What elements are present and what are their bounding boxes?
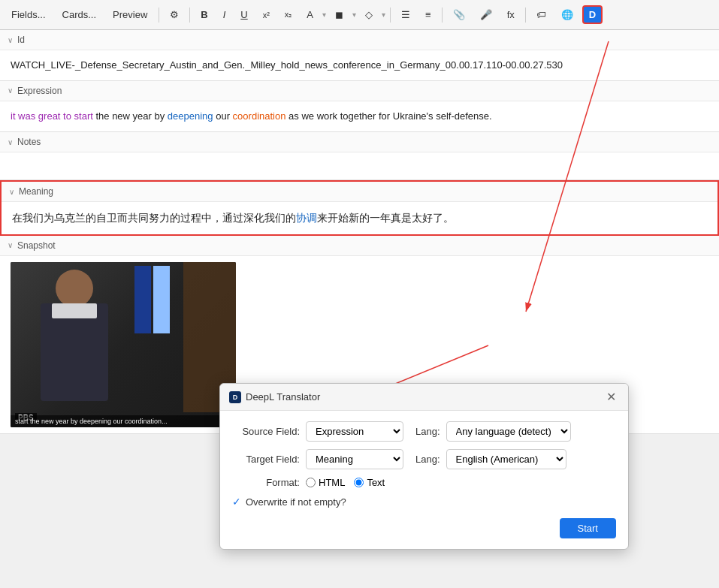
font-color-button[interactable]: A — [301, 6, 319, 23]
notes-section: ∨ Notes — [0, 132, 719, 180]
snapshot-section-header: ∨ Snapshot — [0, 236, 719, 256]
deepl-footer: Start — [220, 518, 628, 549]
overwrite-row: ✓ Overwrite if not empty? — [232, 496, 616, 508]
notes-section-body — [0, 152, 719, 179]
format-text-option[interactable]: Text — [354, 477, 385, 488]
expr-part-2: the new year by — [95, 110, 167, 122]
video-background — [11, 262, 236, 427]
meaning-section: ∨ Meaning 在我们为乌克兰的自卫而共同努力的过程中，通过深化我们的协调来… — [0, 180, 719, 235]
main-content: ∨ Id WATCH_LIVE-_Defense_Secretary_Austi… — [0, 30, 719, 434]
cards-button[interactable]: Cards... — [56, 6, 104, 23]
start-button[interactable]: Start — [560, 518, 616, 538]
format-text-label: Text — [367, 477, 385, 488]
deepl-body: Source Field: Expression Lang: Any langu… — [220, 411, 628, 518]
underline-button[interactable]: U — [234, 6, 253, 23]
expr-part-3: deepening — [168, 110, 213, 122]
subscript-button[interactable]: x₂ — [279, 7, 298, 23]
expr-part-5: coordination — [233, 110, 286, 122]
source-field-select[interactable]: Expression — [306, 421, 403, 442]
eraser-button[interactable]: ◇ — [359, 6, 379, 23]
format-text-radio[interactable] — [354, 478, 364, 487]
notes-section-header: ∨ Notes — [0, 132, 719, 152]
separator-4 — [442, 8, 443, 23]
source-field-row: Source Field: Expression Lang: Any langu… — [232, 421, 616, 442]
toolbar: Fields... Cards... Preview ⚙ B I U x² x₂… — [0, 0, 719, 30]
separator-2 — [189, 8, 190, 23]
translate-button[interactable]: 🌐 — [555, 6, 579, 23]
snapshot-label: Snapshot — [17, 240, 56, 251]
overwrite-check-icon: ✓ — [232, 496, 241, 508]
bold-button[interactable]: B — [195, 6, 213, 23]
expression-section-header: ∨ Expression — [0, 81, 719, 101]
bullets-button[interactable]: ☰ — [395, 6, 416, 23]
expression-chevron: ∨ — [8, 86, 13, 95]
meaning-label: Meaning — [19, 186, 53, 197]
snapshot-chevron: ∨ — [8, 241, 13, 249]
notes-chevron: ∨ — [8, 138, 13, 146]
person-head — [56, 270, 93, 307]
snapshot-image: PBS start the new year by deepening our … — [11, 262, 236, 427]
expression-label: Expression — [17, 86, 62, 96]
fields-button[interactable]: Fields... — [5, 6, 53, 23]
superscript-button[interactable]: x² — [257, 8, 276, 23]
deepl-close-button[interactable]: ✕ — [603, 390, 619, 404]
flag-lightblue — [153, 266, 170, 333]
deepl-title-text: DeepL Translator — [246, 391, 320, 403]
separator-5 — [525, 8, 526, 23]
meaning-chevron: ∨ — [9, 188, 14, 196]
id-section-body: WATCH_LIVE-_Defense_Secretary_Austin_and… — [0, 50, 719, 80]
target-field-row: Target Field: Meaning Lang: English (Ame… — [232, 449, 616, 469]
meaning-section-body: 在我们为乌克兰的自卫而共同努力的过程中，通过深化我们的协调来开始新的一年真是太好… — [2, 202, 717, 234]
id-section-header: ∨ Id — [0, 30, 719, 50]
deepl-dialog: D DeepL Translator ✕ Source Field: Expre… — [219, 383, 629, 550]
shirt-collar — [52, 303, 97, 318]
format-radio-group: HTML Text — [306, 477, 385, 488]
format-html-label: HTML — [319, 477, 345, 488]
id-label: Id — [17, 35, 25, 45]
attach-button[interactable]: 📎 — [447, 6, 471, 23]
id-section: ∨ Id WATCH_LIVE-_Defense_Secretary_Austi… — [0, 30, 719, 81]
deepl-titlebar: D DeepL Translator ✕ — [220, 384, 628, 411]
id-chevron: ∨ — [8, 36, 13, 44]
preview-button[interactable]: Preview — [106, 6, 154, 23]
target-lang-label: Lang: — [415, 454, 440, 465]
expr-part-4: our — [216, 110, 232, 122]
separator-3 — [390, 8, 391, 23]
meaning-blue-word: 协调 — [296, 212, 317, 224]
video-caption: start the new year by deepening our coor… — [11, 415, 236, 427]
flag-blue — [134, 266, 151, 333]
numbered-button[interactable]: ≡ — [419, 6, 437, 23]
format-html-radio[interactable] — [306, 478, 316, 487]
separator-1 — [159, 8, 159, 23]
target-field-select[interactable]: Meaning — [306, 449, 403, 469]
gear-button[interactable]: ⚙ — [164, 6, 185, 23]
highlight-button[interactable]: ◼ — [329, 6, 349, 23]
expr-part-6: as we work together for Ukraine's self-d… — [289, 110, 492, 122]
target-field-label: Target Field: — [232, 454, 300, 465]
overwrite-label: Overwrite if not empty? — [246, 496, 346, 508]
expr-part-1: it was great to start — [11, 110, 93, 122]
deepl-logo-icon: D — [229, 391, 241, 403]
expression-value: it was great to start the new year by de… — [11, 109, 708, 125]
expression-section: ∨ Expression it was great to start the n… — [0, 81, 719, 133]
meaning-section-header: ∨ Meaning — [2, 182, 717, 202]
tag-button[interactable]: 🏷 — [530, 6, 552, 23]
source-lang-select[interactable]: Any language (detect) — [446, 421, 571, 442]
meaning-value: 在我们为乌克兰的自卫而共同努力的过程中，通过深化我们的协调来开始新的一年真是太好… — [12, 210, 707, 226]
record-button[interactable]: 🎤 — [474, 6, 498, 23]
format-label: Format: — [232, 477, 300, 488]
format-row: Format: HTML Text — [232, 477, 616, 488]
formula-button[interactable]: fx — [501, 6, 521, 23]
id-value: WATCH_LIVE-_Defense_Secretary_Austin_and… — [11, 58, 708, 73]
target-lang-select[interactable]: English (American) — [446, 449, 566, 469]
source-lang-label: Lang: — [415, 426, 440, 437]
deepl-title: D DeepL Translator — [229, 391, 320, 403]
source-field-label: Source Field: — [232, 426, 300, 437]
format-html-option[interactable]: HTML — [306, 477, 345, 488]
italic-button[interactable]: I — [217, 6, 232, 23]
expression-section-body: it was great to start the new year by de… — [0, 101, 719, 132]
notes-label: Notes — [17, 137, 41, 147]
deepl-button[interactable]: D — [582, 5, 603, 24]
